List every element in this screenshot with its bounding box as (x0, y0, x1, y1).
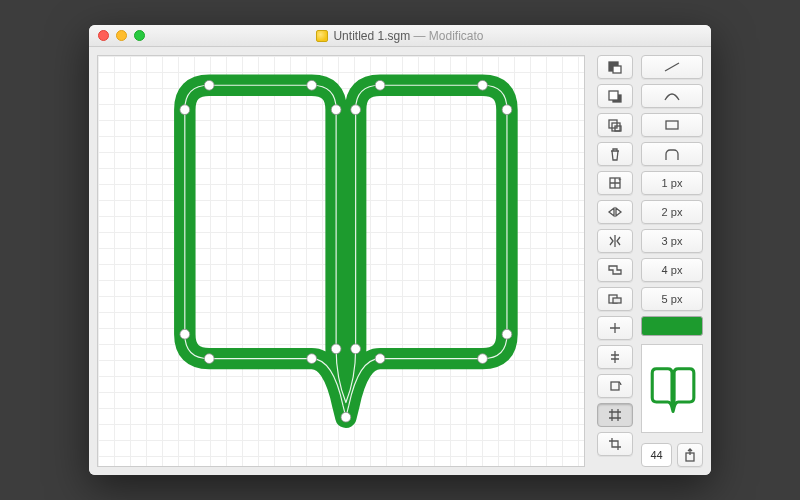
delete-button[interactable] (597, 142, 633, 166)
svg-rect-29 (613, 298, 621, 303)
drawing-svg (98, 56, 584, 466)
export-button[interactable] (677, 443, 703, 467)
svg-point-8 (502, 329, 512, 339)
titlebar: Untitled 1.sgm — Modificato (89, 25, 711, 47)
union-button[interactable] (597, 258, 633, 282)
align-center-button[interactable] (597, 345, 633, 369)
duplicate-button[interactable] (597, 113, 633, 137)
svg-point-16 (351, 344, 361, 354)
snap-grid-button[interactable] (597, 403, 633, 427)
svg-rect-35 (611, 382, 619, 390)
right-panel: 1 px 2 px 3 px 4 px 5 px 44 (637, 47, 711, 475)
title-text: Untitled 1.sgm — Modificato (333, 29, 483, 43)
rotate-button[interactable] (597, 374, 633, 398)
group-button[interactable]: + (597, 171, 633, 195)
svg-point-10 (375, 354, 385, 364)
color-swatch[interactable] (641, 316, 703, 336)
traffic-lights (98, 30, 145, 41)
send-back-button[interactable] (597, 84, 633, 108)
svg-point-3 (331, 105, 341, 115)
svg-point-4 (351, 105, 361, 115)
footer-row: 44 (641, 443, 703, 467)
rounded-rect-tool-button[interactable] (641, 142, 703, 166)
svg-point-12 (307, 354, 317, 364)
stroke-3px-button[interactable]: 3 px (641, 229, 703, 253)
stroke-4px-button[interactable]: 4 px (641, 258, 703, 282)
svg-point-7 (502, 105, 512, 115)
stroke-5px-button[interactable]: 5 px (641, 287, 703, 311)
svg-line-40 (665, 63, 679, 71)
svg-point-6 (478, 80, 488, 90)
svg-point-13 (204, 354, 214, 364)
rect-tool-button[interactable] (641, 113, 703, 137)
document-icon (316, 30, 328, 42)
minimize-window-button[interactable] (116, 30, 127, 41)
tool-column: + (593, 47, 637, 475)
curve-tool-button[interactable] (641, 84, 703, 108)
line-tool-button[interactable] (641, 55, 703, 79)
window-title: Untitled 1.sgm — Modificato (89, 29, 711, 43)
flip-horizontal-button[interactable] (597, 200, 633, 224)
svg-point-5 (375, 80, 385, 90)
crop-button[interactable] (597, 432, 633, 456)
svg-rect-20 (609, 91, 618, 100)
svg-point-9 (478, 354, 488, 364)
mirror-button[interactable] (597, 229, 633, 253)
svg-point-14 (180, 329, 190, 339)
svg-rect-41 (666, 121, 678, 129)
preview-icon (646, 349, 698, 428)
canvas[interactable] (97, 55, 585, 467)
close-window-button[interactable] (98, 30, 109, 41)
svg-rect-22 (612, 123, 620, 131)
zoom-window-button[interactable] (134, 30, 145, 41)
icon-size-field[interactable]: 44 (641, 443, 672, 467)
subtract-button[interactable] (597, 287, 633, 311)
bring-front-button[interactable] (597, 55, 633, 79)
svg-point-15 (331, 344, 341, 354)
stroke-1px-button[interactable]: 1 px (641, 171, 703, 195)
svg-point-0 (180, 105, 190, 115)
svg-point-11 (341, 412, 351, 422)
book-shape-path[interactable] (185, 85, 507, 417)
svg-rect-18 (613, 66, 621, 73)
preview-panel (641, 344, 703, 433)
svg-point-1 (204, 80, 214, 90)
content-area: + 1 px 2 px 3 px 4 px 5 px (89, 47, 711, 475)
svg-text:+: + (618, 176, 622, 182)
svg-point-2 (307, 80, 317, 90)
intersect-button[interactable] (597, 316, 633, 340)
svg-rect-21 (609, 120, 617, 128)
stroke-2px-button[interactable]: 2 px (641, 200, 703, 224)
app-window: Untitled 1.sgm — Modificato (89, 25, 711, 475)
